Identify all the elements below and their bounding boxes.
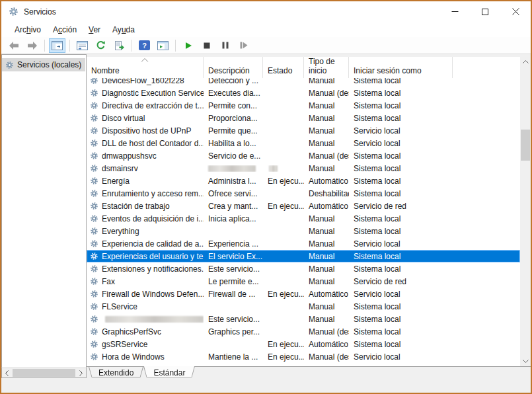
scroll-down-button[interactable] xyxy=(520,356,531,366)
service-name: Experiencia de calidad de a... xyxy=(102,239,204,249)
service-startup-type: Manual xyxy=(304,101,349,110)
service-logon-as: Sistema local xyxy=(349,302,453,311)
sidebar-item-servicios-locales[interactable]: Servicios (locales) xyxy=(2,58,85,71)
service-logon-as: Sistema local xyxy=(349,264,453,274)
service-name: Disco virtual xyxy=(102,114,145,123)
service-row[interactable]: Fax Le permite e... Manual Servicio de r… xyxy=(87,275,520,288)
service-logon-as: Servicio local xyxy=(349,139,453,148)
services-rows: DevicesFlow_1602f228 Detección y ... Man… xyxy=(87,74,520,363)
main-area: Servicios (locales) xyxy=(1,54,531,393)
service-description: Experiencia ... xyxy=(204,239,263,249)
service-logon-as: Sistema local xyxy=(349,252,453,261)
service-row[interactable]: Extensiones y notificaciones... Este ser… xyxy=(87,262,520,275)
start-service-button[interactable] xyxy=(180,38,196,53)
service-row[interactable]: Enrutamiento y acceso rem... Ofrece serv… xyxy=(87,187,520,200)
start-icon xyxy=(184,42,192,50)
services-table: Nombre Descripción Estado Tipo de inicio… xyxy=(87,57,520,366)
service-row[interactable]: Diagnostic Execution Service Executes di… xyxy=(87,87,520,99)
menu-item-accion[interactable]: Acción xyxy=(47,23,83,36)
service-description: Permite que... xyxy=(204,126,263,136)
service-row[interactable]: FLService Manual Sistema local xyxy=(87,300,520,313)
services-pane: Nombre Descripción Estado Tipo de inicio… xyxy=(87,54,531,393)
service-name: Dispositivo host de UPnP xyxy=(102,126,191,136)
scroll-right-button[interactable] xyxy=(76,368,86,377)
service-row[interactable]: dmwappushsvc Servicio de e... Manual (de… xyxy=(87,149,520,162)
toolbar-separator xyxy=(69,40,70,52)
service-row[interactable]: gsSRService En ejecu... Automático Siste… xyxy=(87,338,520,350)
export-list-button[interactable] xyxy=(111,38,128,53)
service-row[interactable]: Directiva de extracción de t... Permite … xyxy=(87,99,520,112)
header-estado[interactable]: Estado xyxy=(263,57,304,78)
console-tree-button[interactable] xyxy=(49,38,65,53)
header-tipo-de-inicio[interactable]: Tipo de inicio xyxy=(304,57,349,78)
horizontal-scrollbar-thumb[interactable] xyxy=(13,369,75,377)
gear-icon xyxy=(90,101,98,110)
service-row[interactable]: Estación de trabajo Crea y mant... En ej… xyxy=(87,200,520,212)
service-logon-as: Sistema local xyxy=(349,315,453,324)
refresh-button[interactable] xyxy=(93,38,109,53)
service-startup-type: Manual xyxy=(304,214,349,223)
service-row[interactable]: Hora de Windows Mantiene la ... En ejecu… xyxy=(87,350,520,363)
service-startup-type: Manual xyxy=(304,227,349,236)
vertical-scrollbar-thumb[interactable] xyxy=(521,130,530,161)
service-row[interactable]: Dispositivo host de UPnP Permite que... … xyxy=(87,124,520,137)
forward-arrow-icon xyxy=(27,41,38,50)
close-button[interactable] xyxy=(500,1,531,22)
service-description: Firewall de ... xyxy=(204,290,263,299)
service-startup-type: Manual xyxy=(304,252,349,261)
service-row[interactable]: Experiencia de calidad de a... Experienc… xyxy=(87,237,520,250)
gear-icon xyxy=(90,239,98,248)
window-controls xyxy=(439,1,531,22)
menu-item-ver[interactable]: Ver xyxy=(83,23,106,36)
service-description: Ofrece servi... xyxy=(204,189,263,198)
maximize-button[interactable] xyxy=(470,1,500,22)
action-pane-button[interactable] xyxy=(155,38,171,53)
menu-item-archivo[interactable]: Archivo xyxy=(9,23,47,36)
forward-button[interactable] xyxy=(24,38,40,53)
gear-icon xyxy=(90,202,98,210)
scroll-up-button[interactable] xyxy=(520,57,531,67)
service-name: Enrutamiento y acceso rem... xyxy=(102,189,204,198)
help-button[interactable] xyxy=(136,38,153,53)
service-startup-type: Manual xyxy=(304,315,349,324)
gear-icon xyxy=(90,164,98,173)
stop-icon xyxy=(204,42,210,49)
restart-service-button[interactable] xyxy=(235,38,252,53)
console-tree-icon xyxy=(52,41,63,50)
service-row[interactable]: DLL de host del Contador d... Habilita a… xyxy=(87,137,520,149)
header-nombre[interactable]: Nombre xyxy=(87,57,204,78)
properties-button[interactable] xyxy=(74,38,91,53)
pane-bottom-gap xyxy=(87,379,531,393)
service-row[interactable]: Energía Administra l... En ejecu... Auto… xyxy=(87,175,520,187)
service-status: En ejecu... xyxy=(263,340,304,349)
service-logon-as: Sistema local xyxy=(349,227,453,236)
header-descripcion[interactable]: Descripción xyxy=(204,57,263,78)
back-button[interactable] xyxy=(5,38,22,53)
toolbar-separator xyxy=(132,40,132,52)
service-row[interactable]: Este servicio... Manual Sistema local xyxy=(87,313,520,325)
service-row[interactable]: Everything Manual Sistema local xyxy=(87,225,520,237)
service-name: Fax xyxy=(102,277,115,286)
service-row[interactable]: Disco virtual Proporciona... Manual Sist… xyxy=(87,112,520,124)
gear-icon xyxy=(90,327,98,336)
tab-extendido[interactable]: Extendido xyxy=(89,367,143,379)
gear-icon xyxy=(90,177,98,185)
service-row[interactable]: Eventos de adquisición de i... Inicia ap… xyxy=(87,212,520,225)
stop-service-button[interactable] xyxy=(198,38,215,53)
service-row[interactable]: Experiencias del usuario y te... El serv… xyxy=(87,250,520,262)
close-icon xyxy=(512,8,519,15)
chevron-up-icon xyxy=(523,60,529,63)
vertical-scrollbar xyxy=(520,57,531,366)
service-startup-type: Manual xyxy=(304,114,349,123)
header-iniciar-sesion-como[interactable]: Iniciar sesión como xyxy=(349,57,453,78)
pause-service-button[interactable] xyxy=(217,38,233,53)
service-startup-type: Automático xyxy=(304,290,349,299)
tab-estandar[interactable]: Estándar xyxy=(143,367,195,379)
menu-item-ayuda[interactable]: Ayuda xyxy=(106,23,141,36)
service-row[interactable]: dsmainsrv Manual Sistema local xyxy=(87,162,520,175)
service-row[interactable]: Firewall de Windows Defen... Firewall de… xyxy=(87,288,520,300)
service-description: Este servicio... xyxy=(204,264,263,274)
scroll-left-button[interactable] xyxy=(2,368,12,377)
service-row[interactable]: GraphicsPerfSvc Graphics per... Manual (… xyxy=(87,325,520,338)
minimize-button[interactable] xyxy=(439,1,470,22)
